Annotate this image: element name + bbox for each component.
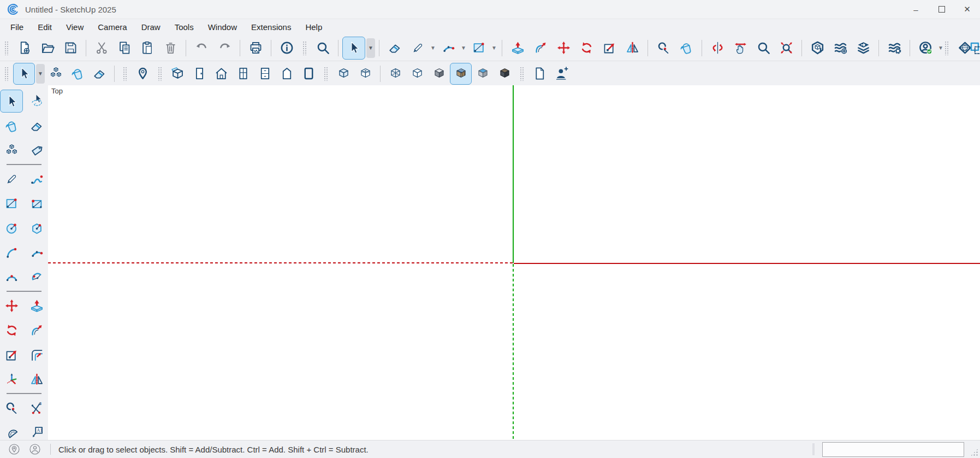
- menu-camera[interactable]: Camera: [91, 19, 134, 35]
- lt-eraser-button[interactable]: [25, 114, 48, 137]
- copy-button[interactable]: [113, 37, 136, 60]
- measurements-input[interactable]: [822, 442, 964, 457]
- menu-draw[interactable]: Draw: [134, 19, 168, 35]
- paint-bucket-button-2[interactable]: [67, 63, 88, 85]
- lt-3-point-arc-button[interactable]: [0, 266, 23, 289]
- lt-paint-bucket-button[interactable]: [0, 114, 23, 137]
- face-style-xray-button[interactable]: [332, 63, 354, 85]
- lt-rectangle-button[interactable]: [0, 192, 23, 215]
- lt-protractor-button[interactable]: [0, 421, 23, 441]
- print-button[interactable]: [244, 37, 267, 60]
- component-shed-button[interactable]: [276, 63, 298, 85]
- rectangle-tool-dropdown[interactable]: ▼: [490, 38, 498, 58]
- orbit-button[interactable]: [706, 37, 729, 60]
- face-style-ambient-occlusion-button[interactable]: [494, 63, 515, 85]
- add-person-button[interactable]: [550, 63, 572, 85]
- select-tool-dropdown[interactable]: ▼: [366, 38, 375, 58]
- menu-tools[interactable]: Tools: [168, 19, 201, 35]
- face-style-shaded-textures-button[interactable]: [450, 63, 472, 85]
- pan-button[interactable]: [729, 37, 752, 60]
- lt-dimension-button[interactable]: [25, 396, 48, 419]
- menu-help[interactable]: Help: [298, 19, 329, 35]
- component-frame-button[interactable]: [298, 63, 319, 85]
- lt-freehand-button[interactable]: [25, 167, 48, 190]
- paste-button[interactable]: [136, 37, 159, 60]
- component-door-button[interactable]: [188, 63, 210, 85]
- component-cabinet-button[interactable]: [254, 63, 276, 85]
- lt-circle-button[interactable]: [0, 216, 23, 239]
- follow-me-button[interactable]: [529, 37, 552, 60]
- lt-pie-button[interactable]: [25, 266, 48, 289]
- lt-rotated-rectangle-button[interactable]: [25, 192, 48, 215]
- resize-grip[interactable]: [970, 448, 978, 456]
- line-tool-dropdown[interactable]: ▼: [429, 38, 437, 58]
- scale-button[interactable]: [598, 37, 621, 60]
- send-to-layout-button[interactable]: [852, 37, 875, 60]
- close-button[interactable]: ✕: [954, 0, 980, 19]
- lt-follow-me-button[interactable]: [25, 319, 48, 342]
- select-tool-button-2[interactable]: [13, 63, 35, 85]
- menu-file[interactable]: File: [3, 19, 31, 35]
- face-style-shaded-button[interactable]: [428, 63, 450, 85]
- tape-measure-button[interactable]: [652, 37, 675, 60]
- open-button[interactable]: [36, 37, 59, 60]
- clipped-toolbar-button[interactable]: [965, 37, 980, 60]
- search-button[interactable]: [311, 37, 334, 60]
- lt-text-button[interactable]: [25, 421, 48, 441]
- toolbar-drag-handle[interactable]: [324, 67, 328, 81]
- face-style-hidden-line-button[interactable]: [406, 63, 428, 85]
- rotate-button[interactable]: [575, 37, 598, 60]
- maximize-button[interactable]: [929, 0, 954, 19]
- zoom-button[interactable]: [752, 37, 775, 60]
- lt-make-component-button[interactable]: [0, 139, 23, 162]
- menu-view[interactable]: View: [59, 19, 91, 35]
- make-component-button[interactable]: [45, 63, 67, 85]
- move-button[interactable]: [552, 37, 575, 60]
- toolbar-drag-handle[interactable]: [158, 67, 162, 81]
- drawing-canvas[interactable]: Top: [48, 85, 980, 441]
- add-location-button[interactable]: [132, 63, 153, 85]
- component-house-button[interactable]: [210, 63, 232, 85]
- eraser-tool-button[interactable]: [383, 37, 406, 60]
- eraser-button-2[interactable]: [88, 63, 110, 85]
- geolocation-status-button[interactable]: [8, 443, 21, 456]
- lt-scale-button[interactable]: [0, 343, 23, 366]
- component-package-button[interactable]: [167, 63, 188, 85]
- undo-button[interactable]: [190, 37, 213, 60]
- face-style-monochrome-button[interactable]: [472, 63, 494, 85]
- arc-tool-dropdown[interactable]: ▼: [460, 38, 467, 58]
- lt-tag-button[interactable]: [25, 139, 48, 162]
- toolbar-drag-handle[interactable]: [4, 67, 9, 81]
- toolbar-drag-handle[interactable]: [945, 41, 949, 55]
- extension-manager-button[interactable]: [883, 37, 906, 60]
- toolbar-drag-handle[interactable]: [520, 67, 524, 81]
- zoom-extents-button[interactable]: [775, 37, 798, 60]
- model-info-button[interactable]: [275, 37, 298, 60]
- toolbar-drag-handle[interactable]: [302, 41, 307, 55]
- lt-polygon-button[interactable]: [25, 216, 48, 239]
- 3d-warehouse-button[interactable]: [806, 37, 829, 60]
- toolbar-drag-handle[interactable]: [123, 67, 127, 81]
- lt-move-button[interactable]: [0, 294, 23, 317]
- flip-button[interactable]: [621, 37, 644, 60]
- lt-offset-button[interactable]: [25, 343, 48, 366]
- arc-tool-button[interactable]: [437, 37, 460, 60]
- menu-extensions[interactable]: Extensions: [244, 19, 298, 35]
- sign-in-button[interactable]: [914, 37, 937, 60]
- new-page-button[interactable]: [528, 63, 550, 85]
- menu-window[interactable]: Window: [201, 19, 244, 35]
- minimize-button[interactable]: –: [903, 0, 929, 19]
- lt-tape-measure-button[interactable]: [0, 396, 23, 419]
- save-button[interactable]: [59, 37, 82, 60]
- toolbar-drag-handle[interactable]: [4, 41, 9, 55]
- lt-line-button[interactable]: [0, 167, 23, 190]
- cut-button[interactable]: [90, 37, 113, 60]
- extension-warehouse-button[interactable]: [829, 37, 852, 60]
- new-button[interactable]: [13, 37, 36, 60]
- face-style-back-edges-button[interactable]: [354, 63, 376, 85]
- lt-lasso-select-button[interactable]: [25, 90, 48, 113]
- sign-in-dropdown[interactable]: ▼: [937, 38, 945, 58]
- lt-2-point-arc-button[interactable]: [25, 241, 48, 264]
- select-tool-dropdown-2[interactable]: ▼: [36, 64, 45, 84]
- lt-push-pull-button[interactable]: [25, 294, 48, 317]
